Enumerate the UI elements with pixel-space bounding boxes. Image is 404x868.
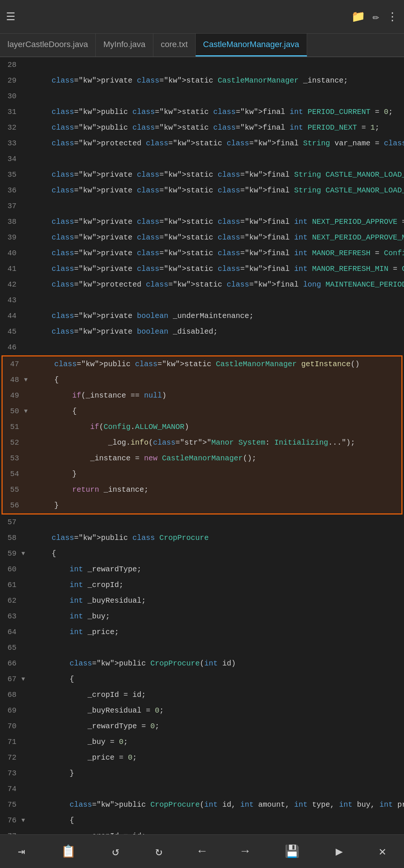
line-gutter: 75: [0, 797, 34, 813]
tab-icon[interactable]: ⇥: [18, 844, 25, 859]
code-line-66: 66 class="kw">public CropProcure(int id): [0, 656, 404, 671]
line-number: 69: [0, 703, 19, 719]
play-icon[interactable]: ▶: [336, 844, 343, 859]
fold-arrow[interactable]: ▼: [22, 372, 30, 388]
tab-myinfo[interactable]: MyInfo.java: [96, 34, 153, 56]
code-content: {: [34, 546, 404, 562]
fold-arrow[interactable]: ▼: [22, 404, 30, 419]
code-line-35: 35 class="kw">private class="kw">static …: [0, 167, 404, 183]
line-gutter: 68: [0, 687, 34, 703]
code-content: }: [36, 498, 401, 513]
code-content: if(_instance == null): [36, 388, 401, 404]
code-content: {: [36, 372, 401, 388]
code-line-61: 61 int _cropId;: [0, 577, 404, 593]
code-content: int _rewardType;: [34, 562, 404, 577]
line-number: 28: [0, 57, 19, 73]
code-content: _price = 0;: [34, 750, 404, 766]
line-number: 71: [0, 734, 19, 750]
line-gutter: 30: [0, 89, 34, 104]
line-number: 75: [0, 797, 19, 813]
code-content: if(Config.ALLOW_MANOR): [36, 419, 401, 435]
line-gutter: 59▼: [0, 546, 34, 562]
undo-icon[interactable]: ↺: [112, 844, 119, 859]
save-icon[interactable]: 💾: [285, 844, 300, 859]
code-line-56: 56 }: [3, 498, 401, 513]
code-line-36: 36 class="kw">private class="kw">static …: [0, 183, 404, 198]
line-number: 64: [0, 624, 19, 640]
close-icon[interactable]: ✕: [379, 844, 386, 859]
code-content: {: [34, 813, 404, 828]
line-gutter: 40: [0, 245, 34, 261]
folder-icon[interactable]: 📁: [351, 10, 365, 24]
code-line-55: 55 return _instance;: [3, 482, 401, 498]
code-content: _cropId = id;: [34, 687, 404, 703]
code-line-41: 41 class="kw">private class="kw">static …: [0, 261, 404, 277]
code-line-31: 31 class="kw">public class="kw">static c…: [0, 104, 404, 120]
code-line-34: 34: [0, 151, 404, 167]
line-gutter: 48▼: [3, 372, 36, 388]
back-icon[interactable]: ←: [198, 844, 205, 858]
clipboard-icon[interactable]: 📋: [61, 844, 76, 859]
code-line-38: 38 class="kw">private class="kw">static …: [0, 214, 404, 230]
more-options-icon[interactable]: ⋮: [387, 10, 398, 24]
code-content: class="kw">private class="kw">static cla…: [34, 214, 404, 230]
tab-core[interactable]: core.txt: [153, 34, 196, 56]
line-number: 46: [0, 340, 19, 355]
line-number: 36: [0, 183, 19, 198]
line-gutter: 61: [0, 577, 34, 593]
redo-icon[interactable]: ↻: [155, 844, 162, 859]
code-line-52: 52 _log.info(class="str">"Manor System: …: [3, 435, 401, 451]
code-content: class="kw">private class="kw">static cla…: [34, 183, 404, 198]
line-gutter: 64: [0, 624, 34, 640]
code-line-74: 74: [0, 781, 404, 797]
tab-playercastle[interactable]: layerCastleDoors.java: [0, 34, 96, 56]
code-line-53: 53 _instance = new CastleManorManager();: [3, 451, 401, 466]
code-content: return _instance;: [36, 482, 401, 498]
line-number: 55: [3, 482, 22, 498]
line-number: 70: [0, 719, 19, 734]
code-line-37: 37: [0, 198, 404, 214]
fold-arrow[interactable]: ▼: [19, 546, 27, 562]
code-line-29: 29 class="kw">private class="kw">static …: [0, 73, 404, 89]
line-number: 51: [3, 419, 22, 435]
line-gutter: 50▼: [3, 404, 36, 419]
fold-arrow[interactable]: ▼: [19, 813, 27, 828]
line-number: 67: [0, 671, 19, 687]
line-gutter: 43: [0, 293, 34, 308]
line-number: 32: [0, 120, 19, 136]
code-line-54: 54 }: [3, 466, 401, 482]
line-number: 68: [0, 687, 19, 703]
fold-arrow[interactable]: ▼: [19, 671, 27, 687]
code-line-64: 64 int _price;: [0, 624, 404, 640]
line-number: 62: [0, 593, 19, 609]
code-content: class="kw">public class="kw">static clas…: [34, 120, 404, 136]
line-gutter: 69: [0, 703, 34, 719]
code-line-59: 59▼ {: [0, 546, 404, 562]
menu-icon[interactable]: ☰: [6, 10, 15, 23]
code-line-33: 33 class="kw">protected class="kw">stati…: [0, 136, 404, 151]
code-content: class="kw">protected class="kw">static c…: [34, 277, 404, 293]
code-content: }: [34, 766, 404, 781]
code-content: class="kw">public CropProcure(int id): [34, 656, 404, 671]
code-content: class="kw">private class="kw">static cla…: [34, 167, 404, 183]
edit-icon[interactable]: ✏️: [373, 10, 379, 24]
code-line-49: 49 if(_instance == null): [3, 388, 401, 404]
code-content: class="kw">public CropProcure(int id, in…: [34, 797, 404, 813]
forward-icon[interactable]: →: [242, 844, 249, 858]
code-content: {: [34, 671, 404, 687]
line-gutter: 28: [0, 57, 34, 73]
code-content: int _buyResidual;: [34, 593, 404, 609]
code-content: class="kw">public class="kw">static Cast…: [36, 356, 401, 372]
line-number: 73: [0, 766, 19, 781]
code-content: int _cropId;: [34, 577, 404, 593]
code-line-51: 51 if(Config.ALLOW_MANOR): [3, 419, 401, 435]
line-number: 29: [0, 73, 19, 89]
tab-castlemanor[interactable]: CastleManorManager.java: [196, 34, 307, 56]
line-number: 57: [0, 515, 19, 530]
code-content: class="kw">private class="kw">static cla…: [34, 230, 404, 245]
line-gutter: 60: [0, 562, 34, 577]
line-gutter: 55: [3, 482, 36, 498]
code-line-40: 40 class="kw">private class="kw">static …: [0, 245, 404, 261]
line-number: 65: [0, 640, 19, 656]
line-gutter: 32: [0, 120, 34, 136]
